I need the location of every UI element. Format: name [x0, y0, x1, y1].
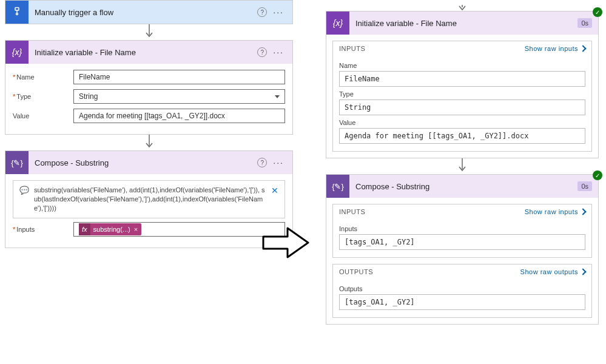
- value-value: Agenda for meeting [[tags_OA1, _GY2]].do…: [339, 128, 585, 144]
- result-init-card[interactable]: ✓ {x} Initialize variable - File Name 0s…: [326, 11, 599, 158]
- expression-tooltip: 💬 substring(variables('FileName'), add(i…: [13, 180, 285, 218]
- value-label: Value: [13, 112, 73, 120]
- inputs-section: INPUTS Show raw inputs Name FileName Typ…: [332, 41, 592, 152]
- trigger-icon: [5, 1, 29, 24]
- fx-icon: fx: [79, 223, 90, 235]
- name-label: Name: [13, 73, 73, 81]
- compose-card[interactable]: {✎} Compose - Substring ? ··· 💬 substrin…: [5, 150, 293, 248]
- close-icon[interactable]: ✕: [271, 186, 278, 195]
- name-input[interactable]: FileName: [73, 70, 285, 84]
- section-title: INPUTS: [339, 208, 365, 215]
- name-value: FileName: [339, 71, 585, 87]
- duration-badge: 0s: [577, 18, 592, 28]
- value-label: Value: [339, 119, 585, 126]
- help-icon[interactable]: ?: [257, 158, 267, 167]
- svg-rect-0: [15, 8, 19, 11]
- init-var-body: Name FileName Type String Value Agenda f…: [5, 64, 292, 134]
- compose-title: Compose - Substring: [35, 158, 257, 167]
- more-icon[interactable]: ···: [271, 158, 286, 167]
- init-var-title: Initialize variable - File Name: [35, 48, 257, 57]
- result-compose-header[interactable]: {✎} Compose - Substring 0s: [326, 175, 598, 198]
- outputs-value: [tags_OA1, _GY2]: [339, 294, 585, 310]
- type-label: Type: [13, 93, 73, 100]
- chevron-right-icon: [579, 268, 586, 275]
- trigger-header[interactable]: Manually trigger a flow ? ···: [5, 1, 292, 24]
- show-raw-inputs-link[interactable]: Show raw inputs: [525, 45, 585, 52]
- expression-bubble-icon: 💬: [19, 186, 29, 195]
- expression-text: substring(variables('FileName'), add(int…: [34, 186, 266, 213]
- big-arrow-icon: [262, 226, 311, 259]
- inputs-label: Inputs: [339, 225, 585, 232]
- init-var-card[interactable]: {x} Initialize variable - File Name ? ··…: [5, 40, 293, 135]
- trigger-card[interactable]: Manually trigger a flow ? ···: [5, 0, 293, 24]
- expression-token[interactable]: fx substring(...) ×: [79, 223, 141, 235]
- variable-icon: {x}: [326, 12, 349, 35]
- flow-arrow: [144, 135, 154, 150]
- result-compose-title: Compose - Substring: [355, 182, 577, 191]
- value-input[interactable]: Agenda for meeting [[tags_OA1, _GY2]].do…: [73, 109, 285, 123]
- result-init-header[interactable]: {x} Initialize variable - File Name 0s: [326, 12, 598, 35]
- section-title: INPUTS: [339, 45, 365, 52]
- chevron-right-icon: [579, 208, 586, 215]
- outputs-section: OUTPUTS Show raw outputs Outputs [tags_O…: [332, 264, 592, 318]
- svg-point-1: [16, 13, 18, 15]
- outputs-label: Outputs: [339, 285, 585, 292]
- type-select[interactable]: String: [73, 89, 285, 104]
- more-icon[interactable]: ···: [271, 47, 286, 57]
- type-value: String: [339, 99, 585, 115]
- variable-icon: {x}: [5, 41, 29, 64]
- inputs-field[interactable]: fx substring(...) ×: [73, 222, 285, 237]
- section-title: OUTPUTS: [339, 268, 373, 275]
- show-raw-inputs-link[interactable]: Show raw inputs: [525, 208, 585, 215]
- flow-arrow: [144, 24, 154, 40]
- chevron-right-icon: [579, 45, 586, 52]
- inputs-value: [tags_OA1, _GY2]: [339, 234, 585, 250]
- compose-icon: {✎}: [5, 151, 29, 174]
- init-var-header[interactable]: {x} Initialize variable - File Name ? ··…: [5, 41, 292, 64]
- help-icon[interactable]: ?: [257, 7, 267, 17]
- inputs-label: Inputs: [13, 226, 73, 233]
- flow-arrow: [457, 5, 467, 11]
- show-raw-outputs-link[interactable]: Show raw outputs: [520, 268, 585, 275]
- more-icon[interactable]: ···: [271, 7, 286, 17]
- result-compose-card[interactable]: ✓ {✎} Compose - Substring 0s INPUTS Show…: [326, 174, 599, 325]
- duration-badge: 0s: [577, 181, 592, 191]
- help-icon[interactable]: ?: [257, 47, 267, 57]
- trigger-title: Manually trigger a flow: [35, 8, 257, 17]
- success-check-icon: ✓: [593, 170, 602, 180]
- token-label: substring(...): [93, 226, 130, 233]
- compose-body: 💬 substring(variables('FileName'), add(i…: [5, 174, 292, 248]
- compose-header[interactable]: {✎} Compose - Substring ? ···: [5, 151, 292, 174]
- compose-icon: {✎}: [326, 175, 349, 198]
- success-check-icon: ✓: [593, 7, 602, 17]
- flow-arrow: [457, 158, 467, 174]
- name-label: Name: [339, 62, 585, 69]
- inputs-section: INPUTS Show raw inputs Inputs [tags_OA1,…: [332, 204, 592, 258]
- type-label: Type: [339, 90, 585, 98]
- token-remove-icon[interactable]: ×: [134, 226, 138, 233]
- result-init-title: Initialize variable - File Name: [355, 19, 577, 28]
